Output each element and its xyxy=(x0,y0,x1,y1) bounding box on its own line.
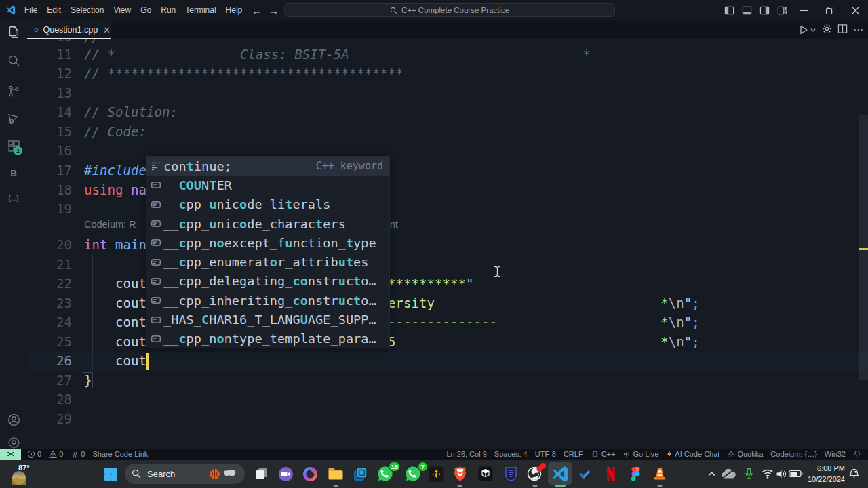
menu-edit[interactable]: Edit xyxy=(42,3,66,18)
activity-codeium-chat-icon[interactable]: {...} xyxy=(5,190,22,206)
suggest-item-continue[interactable]: continue;C++ keyword xyxy=(146,157,389,176)
status-codeium[interactable]: Codeium: {…} xyxy=(770,450,816,458)
status-ports[interactable]: 0 xyxy=(71,450,85,458)
taskbar-search[interactable]: Search xyxy=(125,464,245,484)
code-line-15: 15// Code: xyxy=(27,122,868,142)
taskbar-binance-icon[interactable] xyxy=(427,460,446,488)
menu-help[interactable]: Help xyxy=(221,3,248,18)
split-editor-button[interactable] xyxy=(837,24,848,37)
taskbar-copilot-icon[interactable] xyxy=(300,460,319,488)
activity-source-control-icon[interactable] xyxy=(5,83,22,99)
activity-explorer-icon[interactable] xyxy=(5,24,22,41)
run-button[interactable] xyxy=(798,24,816,35)
taskbar-mic-icon[interactable] xyxy=(742,460,755,488)
activity-blackbox-icon[interactable]: B xyxy=(5,165,22,182)
line-number: 17 xyxy=(27,161,72,180)
status-eol[interactable]: CRLF xyxy=(564,450,583,458)
taskbar-onedrive-icon[interactable] xyxy=(720,460,736,488)
suggest-label: __cpp_inheriting_constructo… xyxy=(163,293,376,308)
customize-layout-icon[interactable] xyxy=(773,0,791,20)
suggest-item-cpp-unicode-literals[interactable]: __cpp_unicode_literals xyxy=(146,195,389,214)
vlc-glyph xyxy=(652,466,667,481)
menu-selection[interactable]: Selection xyxy=(66,3,108,18)
code-editor[interactable]: 10// *11// * Class: BSIT-5A *12// ******… xyxy=(27,39,868,449)
status-share-code-link[interactable]: Share Code Link xyxy=(92,450,148,458)
taskbar-start-icon[interactable] xyxy=(102,460,119,488)
menu-terminal[interactable]: Terminal xyxy=(180,3,220,18)
tab-close-icon[interactable]: ✕ xyxy=(103,25,111,35)
editor-scrollbar[interactable] xyxy=(859,115,868,380)
taskbar-whatsapp-icon[interactable]: 15 xyxy=(375,460,395,488)
taskbar-vlc-icon[interactable] xyxy=(650,460,669,488)
taskbar-battery-icon[interactable] xyxy=(787,460,804,488)
extensions-badge: 2 xyxy=(14,146,22,155)
settings-gear-button[interactable] xyxy=(822,24,832,37)
status-encoding[interactable]: UTF-8 xyxy=(535,450,556,458)
window-restore-button[interactable] xyxy=(816,0,842,20)
suggest-item-counter[interactable]: __COUNTER__ xyxy=(146,176,389,195)
tab-question1-cpp[interactable]: Question1.cpp ✕ xyxy=(27,20,111,39)
netflix-glyph xyxy=(604,466,618,481)
menu-file[interactable]: File xyxy=(20,3,42,18)
taskbar-brave-icon[interactable] xyxy=(450,460,469,488)
menu-view[interactable]: View xyxy=(108,3,136,18)
blue-app-glyph xyxy=(353,466,368,482)
status-platform[interactable]: Win32 xyxy=(825,450,846,458)
taskbar-blue-app-icon[interactable] xyxy=(351,460,370,488)
activity-account-icon[interactable] xyxy=(5,411,22,428)
taskbar-vscode-icon[interactable] xyxy=(548,460,572,488)
taskbar-weather-widget[interactable]: 87° xyxy=(8,462,43,486)
taskbar: 87° Search 157 6:08 PM 10/22/2024 xyxy=(0,460,868,488)
menu-go[interactable]: Go xyxy=(136,3,156,18)
taskbar-task-view-icon[interactable] xyxy=(252,460,271,488)
status-errors[interactable]: 0 xyxy=(27,450,41,458)
suggest-item-cpp-unicode-characters[interactable]: __cpp_unicode_characters xyxy=(146,214,389,233)
codelens-codeium[interactable]: Codeium: R xyxy=(84,219,136,235)
status-warnings[interactable]: 0 xyxy=(49,450,63,458)
menu-run[interactable]: Run xyxy=(156,3,180,18)
taskbar-obs-icon[interactable] xyxy=(526,460,545,488)
status-quokka[interactable]: Quokka xyxy=(727,450,763,458)
status-language-mode[interactable]: {}C++ xyxy=(591,450,616,458)
remote-indicator[interactable] xyxy=(0,449,21,460)
status-indentation[interactable]: Spaces: 4 xyxy=(494,450,528,458)
taskbar-explorer-folder-icon[interactable] xyxy=(326,460,345,488)
suggest-item-cpp-delegating-constructo[interactable]: __cpp_delegating_constructo… xyxy=(146,272,389,291)
taskbar-figma-icon[interactable] xyxy=(626,460,645,488)
taskbar-netflix-icon[interactable] xyxy=(601,460,620,488)
status-cursor-position[interactable]: Ln 26, Col 9 xyxy=(446,450,486,458)
taskbar-speaker-icon[interactable] xyxy=(774,460,789,488)
status-go-live[interactable]: Go Live xyxy=(623,450,658,458)
taskbar-wifi-icon[interactable] xyxy=(760,460,775,488)
suggest-item-cpp-enumerator-attributes[interactable]: __cpp_enumerator_attributes xyxy=(146,253,389,272)
taskbar-purple-app-icon[interactable] xyxy=(501,460,520,488)
toggle-secondary-sidebar-icon[interactable] xyxy=(755,0,773,20)
start-glyph xyxy=(104,467,118,481)
taskbar-todo-check-icon[interactable] xyxy=(575,460,594,488)
taskbar-clock[interactable]: 6:08 PM 10/22/2024 xyxy=(808,463,845,485)
window-minimize-button[interactable] xyxy=(791,0,816,20)
nav-back-icon[interactable]: ← xyxy=(252,5,262,16)
activity-run-debug-icon[interactable] xyxy=(5,110,22,126)
toggle-sidebar-icon[interactable] xyxy=(720,0,738,20)
taskbar-tray-chevron-icon[interactable] xyxy=(705,460,717,488)
toggle-panel-icon[interactable] xyxy=(738,0,755,20)
activity-settings-icon[interactable] xyxy=(5,434,22,450)
status-ai-code-chat[interactable]: AI Code Chat xyxy=(666,450,719,458)
notification-dot xyxy=(540,463,546,469)
taskbar-notification-bell[interactable] xyxy=(846,460,861,488)
window-close-button[interactable] xyxy=(842,0,868,20)
more-actions-button[interactable]: ⋯ xyxy=(853,24,864,36)
suggest-item-cpp-noexcept-function-type[interactable]: __cpp_noexcept_function_type xyxy=(146,233,389,252)
code-text: // *************************************… xyxy=(84,64,403,83)
suggest-item-cpp-nontype-template-para[interactable]: __cpp_nontype_template_para… xyxy=(146,329,389,348)
suggest-item-cpp-inheriting-constructo[interactable]: __cpp_inheriting_constructo… xyxy=(146,291,389,310)
taskbar-whatsapp2-icon[interactable]: 7 xyxy=(403,460,423,488)
activity-search-icon[interactable] xyxy=(5,52,22,68)
status-notifications[interactable] xyxy=(853,450,861,458)
command-center-search[interactable]: C++ Complete Course Practice xyxy=(284,3,615,17)
suggest-item-has-char16-t-language-supp[interactable]: _HAS_CHAR16_T_LANGUAGE_SUPP… xyxy=(146,310,389,329)
taskbar-meet-icon[interactable] xyxy=(276,460,295,488)
nav-forward-icon[interactable]: → xyxy=(269,5,279,16)
taskbar-cube-app-icon[interactable] xyxy=(476,460,495,488)
